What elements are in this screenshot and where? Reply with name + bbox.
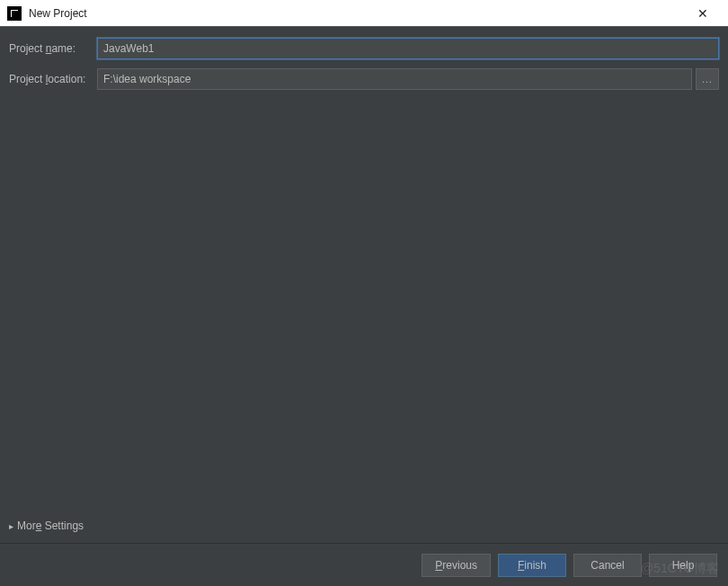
content-area: Project name: Project location: ...: [0, 27, 728, 90]
close-icon[interactable]: ✕: [685, 0, 721, 27]
project-name-label: Project name:: [9, 42, 97, 55]
project-location-row: Project location: ...: [9, 68, 719, 90]
finish-button[interactable]: Finish: [498, 554, 566, 577]
project-name-row: Project name:: [9, 38, 719, 59]
button-bar: Previous Finish Cancel Help: [0, 543, 728, 586]
more-settings-toggle[interactable]: ▸ More Settings: [9, 519, 84, 532]
project-name-input[interactable]: [97, 38, 719, 59]
help-button[interactable]: Help: [649, 554, 717, 577]
browse-button[interactable]: ...: [696, 68, 719, 90]
project-location-input[interactable]: [97, 68, 692, 90]
titlebar: New Project ✕: [0, 0, 728, 27]
project-location-label: Project location:: [9, 73, 97, 85]
chevron-right-icon: ▸: [9, 521, 13, 531]
cancel-button[interactable]: Cancel: [573, 554, 642, 577]
previous-button[interactable]: Previous: [422, 554, 491, 577]
window-title: New Project: [29, 7, 685, 20]
more-settings-label: More Settings: [17, 519, 84, 532]
app-icon: [7, 6, 22, 21]
